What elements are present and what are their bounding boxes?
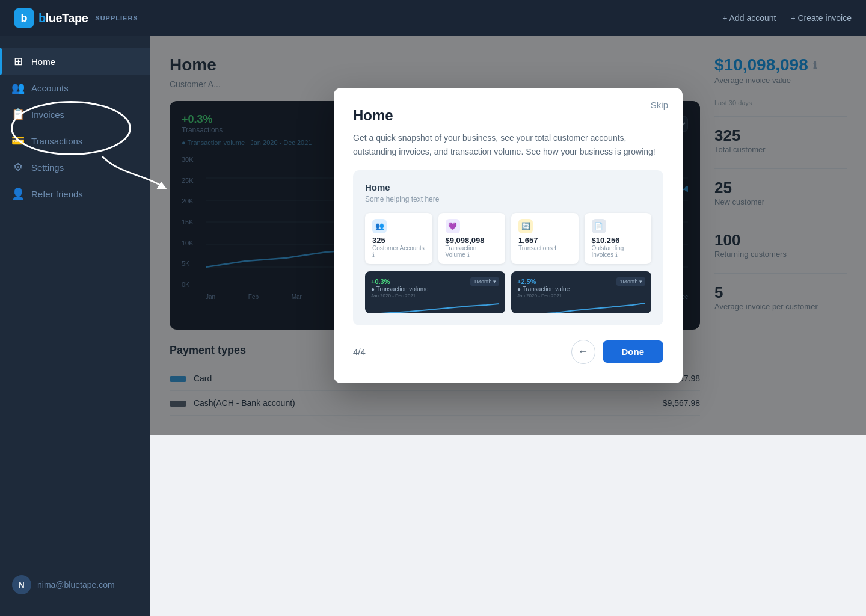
sidebar-item-accounts-label: Accounts [31,83,69,93]
transactions-icon: 💳 [12,135,24,147]
nav-actions: + Add account + Create invoice [722,13,852,23]
pagination-text: 4/4 [353,346,366,357]
preview-card-transactions: 🔄 1,657 Transactions ℹ [511,213,579,264]
modal-back-button[interactable]: ← [571,340,595,364]
modal-footer: 4/4 ← Done [353,340,663,364]
preview-chart-left-period: 1Month ▾ [470,277,499,286]
preview-chart-left-value: +0.3% [371,278,390,285]
sidebar-item-invoices-label: Invoices [31,109,64,120]
preview-card-accounts: 👥 325 Costomer Accounts ℹ [365,213,432,264]
accounts-icon: 👥 [12,82,24,94]
user-profile: N nima@bluetape.com [0,565,150,604]
preview-transactions-icon: 🔄 [518,219,533,233]
preview-subtitle: Some helping text here [365,195,651,203]
create-invoice-button[interactable]: + Create invoice [790,13,852,23]
preview-title: Home [365,182,651,192]
sidebar-item-settings-label: Settings [31,162,64,173]
preview-chart-left-svg [371,301,499,313]
sidebar-item-refer-label: Refer friends [31,189,83,199]
sidebar-item-home[interactable]: ⊞ Home [0,48,150,75]
preview-chart-right-svg [517,301,645,313]
sidebar-item-settings[interactable]: ⚙ Settings [0,154,150,180]
settings-icon: ⚙ [12,161,24,173]
sidebar-item-home-label: Home [31,57,55,67]
logo-icon: b [14,8,34,28]
preview-chart-right-value: +2.5% [517,278,536,285]
preview-chart-right-label: ● Transaction value [517,286,645,292]
preview-charts-row: +0.3% 1Month ▾ ● Transaction volume Jan … [365,271,651,313]
highlight-arrow [150,150,168,199]
modal: Home Skip Get a quick snapshot of your b… [334,88,683,383]
modal-skip-button[interactable]: Skip [651,100,668,110]
sidebar-item-accounts[interactable]: 👥 Accounts [0,75,150,101]
preview-cards-row: 👥 325 Costomer Accounts ℹ 💜 $9,098,098 T… [365,213,651,264]
sidebar-item-refer[interactable]: 👤 Refer friends [0,180,150,207]
logo-sub: SUPPLIERS [95,14,138,22]
app-layout: ⊞ Home 👥 Accounts 📋 Invoices 💳 Transacti… [0,36,866,616]
preview-chart-left-label: ● Transaction volume [371,286,499,292]
logo-text: blueTape [38,11,88,25]
preview-card-invoices: 📄 $10.256 Outstanding Invoices ℹ [585,213,652,264]
preview-accounts-icon: 👥 [372,219,387,233]
svg-marker-7 [156,182,167,189]
sidebar-item-transactions-label: Transactions [31,136,82,146]
preview-chart-left: +0.3% 1Month ▾ ● Transaction volume Jan … [365,271,505,313]
modal-description: Get a quick snapshot of your business, s… [353,131,663,158]
logo: b blueTape SUPPLIERS [14,8,138,28]
modal-done-button[interactable]: Done [603,340,664,363]
preview-invoices-icon: 📄 [592,219,606,233]
preview-volume-icon: 💜 [446,219,460,233]
topnav: b blueTape SUPPLIERS + Add account + Cre… [0,0,866,36]
main-content: Home Customer A... +0.3% Transactions 1M… [150,36,866,616]
user-email: nima@bluetape.com [37,580,115,590]
refer-icon: 👤 [12,188,24,200]
invoices-icon: 📋 [12,108,24,120]
modal-title: Home [353,107,663,124]
modal-actions: ← Done [571,340,664,364]
preview-chart-right: +2.5% 1Month ▾ ● Transaction value Jan 2… [511,271,651,313]
preview-card-volume: 💜 $9,098,098 Transaction Volume ℹ [438,213,506,264]
modal-overlay: Home Skip Get a quick snapshot of your b… [150,36,866,435]
sidebar: ⊞ Home 👥 Accounts 📋 Invoices 💳 Transacti… [0,36,150,616]
home-icon: ⊞ [12,55,24,67]
add-account-button[interactable]: + Add account [722,13,776,23]
sidebar-item-transactions[interactable]: 💳 Transactions [0,128,150,154]
preview-chart-right-period: 1Month ▾ [616,277,645,286]
modal-preview: Home Some helping text here 👥 325 Costom… [353,170,663,325]
sidebar-item-invoices[interactable]: 📋 Invoices [0,101,150,128]
avatar: N [12,575,31,594]
